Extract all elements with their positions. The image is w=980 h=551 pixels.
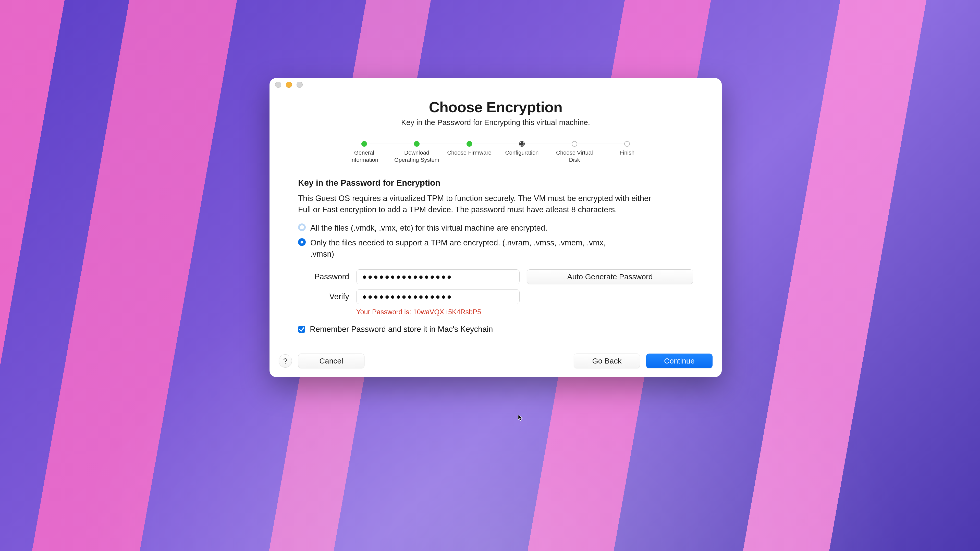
step-general-information: General Information (338, 141, 390, 163)
step-dot-icon (414, 141, 420, 147)
dialog-content: Key in the Password for Encryption This … (269, 163, 722, 334)
dialog-title: Choose Encryption (280, 98, 711, 116)
password-disclosure-value: 10waVQX+5K4RsbP5 (413, 308, 481, 316)
step-connector (420, 144, 466, 144)
step-label: Configuration (505, 149, 539, 156)
cancel-button[interactable]: Cancel (298, 354, 364, 368)
help-button[interactable]: ? (279, 354, 292, 368)
step-connector (577, 144, 624, 144)
encryption-dialog: Choose Encryption Key in the Password fo… (269, 78, 722, 377)
step-dot-icon (361, 141, 367, 147)
step-dot-icon (519, 141, 525, 147)
radio-checked-icon (298, 238, 306, 246)
window-titlebar (269, 78, 722, 91)
go-back-button[interactable]: Go Back (574, 354, 640, 368)
step-dot-icon (624, 141, 630, 147)
step-dot-icon (466, 141, 472, 147)
password-input[interactable] (356, 269, 520, 284)
dialog-footer: ? Cancel Go Back Continue (269, 346, 722, 377)
section-body-text: This Guest OS requires a virtualized TPM… (298, 193, 660, 215)
checkbox-checked-icon (298, 326, 305, 333)
verify-password-input[interactable] (356, 289, 520, 304)
encryption-mode-radio-group: All the files (.vmdk, .vmx, etc) for thi… (298, 222, 693, 260)
password-form: Password Auto Generate Password Verify Y… (298, 269, 693, 316)
step-connector (472, 144, 519, 144)
radio-full-encryption[interactable]: All the files (.vmdk, .vmx, etc) for thi… (298, 222, 693, 233)
auto-generate-password-button[interactable]: Auto Generate Password (527, 269, 693, 284)
wizard-stepper: General Information Download Operating S… (328, 141, 663, 163)
continue-button[interactable]: Continue (646, 354, 713, 368)
step-configuration: Configuration (496, 141, 548, 156)
window-minimize-button[interactable] (286, 82, 292, 88)
radio-label: Only the files needed to support a TPM a… (310, 237, 627, 260)
step-choose-virtual-disk: Choose Virtual Disk (548, 141, 601, 163)
section-heading: Key in the Password for Encryption (298, 178, 693, 188)
step-connector (525, 144, 572, 144)
step-label: Download Operating System (394, 149, 440, 163)
radio-unchecked-icon (298, 224, 306, 231)
password-disclosure-text: Your Password is: 10waVQX+5K4RsbP5 (356, 308, 693, 316)
remember-password-checkbox[interactable]: Remember Password and store it in Mac's … (298, 325, 693, 334)
checkbox-label: Remember Password and store it in Mac's … (310, 325, 493, 334)
step-label: General Information (341, 149, 387, 163)
step-choose-firmware: Choose Firmware (443, 141, 496, 156)
step-label: Choose Firmware (447, 149, 492, 156)
dialog-header: Choose Encryption Key in the Password fo… (269, 91, 722, 127)
window-zoom-button[interactable] (297, 82, 303, 88)
dialog-subtitle: Key in the Password for Encrypting this … (280, 118, 711, 127)
step-finish: Finish (601, 141, 653, 156)
verify-label: Verify (298, 292, 349, 301)
step-dot-icon (572, 141, 577, 147)
window-close-button[interactable] (275, 82, 281, 88)
radio-fast-encryption[interactable]: Only the files needed to support a TPM a… (298, 237, 693, 260)
step-connector (367, 144, 414, 144)
step-label: Choose Virtual Disk (552, 149, 597, 163)
radio-label: All the files (.vmdk, .vmx, etc) for thi… (310, 222, 547, 233)
password-label: Password (298, 272, 349, 281)
step-download-os: Download Operating System (390, 141, 443, 163)
password-disclosure-prefix: Your Password is: (356, 308, 413, 316)
step-label: Finish (620, 149, 635, 156)
